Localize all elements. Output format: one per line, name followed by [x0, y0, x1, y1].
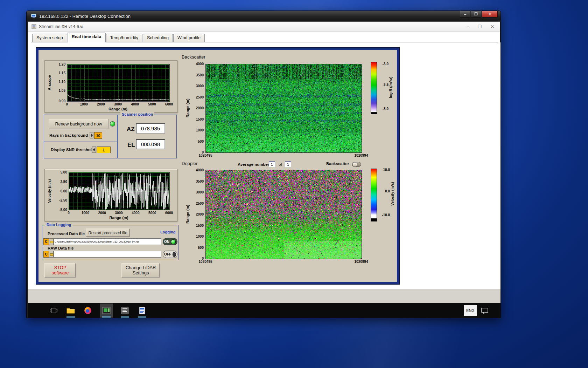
average-number-label: Average number	[238, 162, 269, 166]
stop-software-button[interactable]: STOP software	[44, 263, 76, 278]
logging-label: Logging	[160, 230, 175, 234]
el-field[interactable]: 000.098	[136, 139, 165, 149]
raw-data-file-label: RAW Data file	[48, 246, 74, 250]
backscatter-colorbar-ticks: -3.0-5.5-8.0	[378, 62, 389, 112]
language-indicator[interactable]: ENG	[464, 305, 477, 316]
rays-value[interactable]: 10	[94, 132, 102, 139]
doppler-y-ticks: 40003500300025002000150010005000	[192, 170, 204, 258]
backscatter-y-ticks: 40003500300025002000150010005000	[192, 64, 204, 152]
app-minimize-button[interactable]: –	[466, 24, 469, 29]
el-label: EL	[127, 142, 135, 149]
backscatter-plot-title: Backscatter	[182, 54, 205, 60]
rdp-titlebar[interactable]: 192.168.0.122 - Remote Desktop Connectio…	[27, 11, 500, 21]
computer-icon	[31, 14, 36, 19]
data-logging-title: Data Logging	[45, 223, 72, 227]
desktop: 192.168.0.122 - Remote Desktop Connectio…	[0, 0, 588, 368]
backscatter-colorbar	[371, 62, 377, 112]
processed-logging-toggle[interactable]: ON	[163, 238, 177, 245]
rays-spinner[interactable]	[90, 132, 93, 138]
restart-processed-file-button[interactable]: Restart processed file	[86, 229, 130, 237]
firefox-button[interactable]	[83, 304, 93, 318]
window-footer-band	[28, 289, 500, 303]
app-restore-button[interactable]: ❐	[478, 24, 482, 29]
average-number-field[interactable]: 1	[269, 161, 275, 167]
rdp-window: 192.168.0.122 - Remote Desktop Connectio…	[26, 11, 501, 318]
app-close-button[interactable]: ✕	[491, 24, 494, 29]
rays-in-background-label: Rays in background	[49, 133, 88, 137]
notification-chat-icon[interactable]	[481, 307, 489, 314]
off-led-icon	[173, 252, 176, 257]
ascope-plot-canvas	[67, 64, 170, 102]
main-panel: A-scope 1.201.151.101.050.99 01000200030…	[38, 50, 397, 282]
task-view-button[interactable]	[48, 304, 59, 318]
velocity-y-ticks: 5.002.500.00-2.50-5.00	[55, 172, 68, 210]
backscatter-display-toggle[interactable]	[352, 162, 361, 167]
scan-scheduler-button[interactable]	[120, 304, 130, 318]
rdp-close-button[interactable]: ✕	[482, 11, 498, 18]
renew-background-button[interactable]: Renew background now	[49, 119, 108, 129]
tab-system-setup[interactable]: System setup	[32, 34, 67, 42]
raw-logging-toggle[interactable]: OFF	[163, 251, 177, 258]
doppler-colorbar-label: Velocity (m/s)	[390, 169, 395, 219]
document-app-icon	[139, 307, 145, 314]
taskbar: ENG	[28, 303, 500, 318]
snr-group: Display SNR threshold 1	[44, 142, 117, 158]
doppler-colorbar-ticks: 10.00.0-10.0	[378, 169, 390, 219]
doppler-heatmap-canvas	[205, 170, 362, 259]
tab-scheduling[interactable]: Scheduling	[143, 34, 173, 42]
tab-wind-profile[interactable]: Wind profile	[173, 34, 205, 42]
streamline-app-button[interactable]	[100, 304, 113, 318]
raw-path-field[interactable]	[54, 251, 161, 258]
snr-spinner[interactable]	[92, 146, 96, 153]
ascope-x-ticks: 0100020003000400050006000	[67, 102, 169, 107]
tab-real-time-data[interactable]: Real time data	[68, 33, 106, 42]
scan-scheduler-icon	[121, 307, 129, 314]
on-led-icon	[171, 239, 176, 244]
app-titlebar[interactable]: StreamLine XR v14-6.vi – ❐ ✕	[28, 22, 500, 32]
tab-temp-humidity[interactable]: Temp/humidity	[106, 34, 143, 42]
processed-data-file-label: Processed Data file	[48, 232, 85, 236]
task-view-icon	[50, 307, 57, 314]
remote-screen: StreamLine XR v14-6.vi – ❐ ✕ System setu…	[28, 21, 500, 318]
scanner-position-title: Scanner position	[120, 112, 154, 116]
backscatter-x-ticks: 10204951020994	[205, 154, 361, 158]
velocity-y-axis-label: Velocity (m/s)	[46, 172, 52, 210]
backscatter-toggle-label: Backscatter	[326, 162, 349, 166]
doppler-plot-title: Doppler	[182, 161, 198, 166]
snr-value[interactable]: 1	[97, 146, 111, 153]
processed-path-field[interactable]: C:\Lidar\Data\Proc\2023\202309\20230915\…	[54, 238, 161, 245]
backscatter-y-axis-label: Range (m)	[184, 64, 191, 152]
panel-border: A-scope 1.201.151.101.050.99 01000200030…	[36, 47, 400, 285]
velocity-x-axis-label: Range (m)	[69, 216, 169, 220]
backscatter-colorbar-label: log B (/m/sr)	[388, 62, 393, 112]
snr-threshold-label: Display SNR threshold	[51, 148, 94, 152]
rdp-maximize-button[interactable]: ❐	[471, 11, 481, 18]
velocity-plot-frame: Velocity (m/s) 5.002.500.00-2.50-5.00 01…	[44, 169, 177, 222]
change-lidar-settings-button[interactable]: Change LiDAR Settings	[121, 263, 160, 278]
ascope-x-axis-label: Range (m)	[67, 107, 169, 111]
ascope-y-axis-label: A-scope	[46, 64, 52, 101]
doppler-y-axis-label: Range (m)	[184, 170, 191, 258]
firefox-icon	[84, 306, 92, 315]
processed-browse-button[interactable]	[49, 238, 54, 245]
scanner-position-group: Scanner position AZ 078.985 EL 000.098	[117, 115, 177, 158]
document-app-button[interactable]	[137, 304, 147, 318]
app-title: StreamLine XR v14-6.vi	[39, 24, 83, 29]
az-label: AZ	[127, 126, 135, 133]
rdp-minimize-button[interactable]: –	[460, 11, 470, 18]
file-explorer-icon	[66, 307, 75, 314]
front-panel: A-scope 1.201.151.101.050.99 01000200030…	[28, 42, 500, 289]
streamline-app-icon	[102, 307, 111, 314]
rdp-title: 192.168.0.122 - Remote Desktop Connectio…	[39, 14, 131, 19]
raw-browse-button[interactable]	[49, 251, 54, 258]
average-total-field[interactable]: 1	[285, 161, 291, 167]
velocity-x-ticks: 0100020003000400050006000	[69, 211, 169, 216]
background-status-led	[110, 121, 115, 127]
app-icon	[31, 24, 36, 29]
raw-drive-selector[interactable]: C	[43, 251, 49, 258]
ascope-y-ticks: 1.201.151.101.050.99	[54, 64, 66, 101]
file-explorer-button[interactable]	[65, 304, 76, 318]
processed-drive-selector[interactable]: C	[43, 238, 49, 245]
doppler-colorbar	[371, 169, 377, 219]
az-field[interactable]: 078.985	[136, 123, 165, 134]
